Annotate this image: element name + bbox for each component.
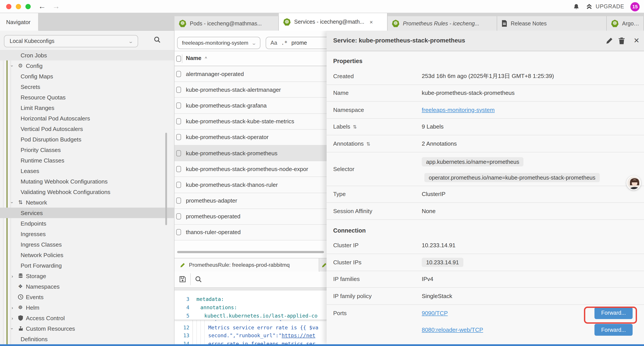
sidebar-item-secrets[interactable]: Secrets xyxy=(0,81,174,92)
row-checkbox[interactable] xyxy=(176,166,181,172)
sidebar-item-events[interactable]: Events xyxy=(0,292,174,302)
sidebar-item-limit-ranges[interactable]: Limit Ranges xyxy=(0,102,174,113)
tab-release-notes[interactable]: Release Notes xyxy=(497,16,607,31)
tab-pods-icecheng-mathmas-[interactable]: ☸Pods - icecheng@mathmas... xyxy=(174,16,279,31)
close-window-button[interactable] xyxy=(6,4,12,9)
table-row[interactable]: kube-prometheus-stack-grafana xyxy=(174,98,326,114)
sidebar-item-horizontal-pod-autoscalers[interactable]: Horizontal Pod Autoscalers xyxy=(0,113,174,123)
sidebar-item-pod-disruption-budgets[interactable]: Pod Disruption Budgets xyxy=(0,134,174,145)
forward-arrow-icon[interactable]: → xyxy=(51,1,62,12)
port-link[interactable]: 8080:reloader-web/TCP xyxy=(422,327,483,333)
sidebar-item-access-control[interactable]: ›Access Control xyxy=(0,313,174,323)
table-row[interactable]: thanos-ruler-operated xyxy=(174,225,326,240)
match-case-toggle[interactable]: Aa xyxy=(270,40,277,46)
row-checkbox[interactable] xyxy=(176,198,181,204)
minimize-window-button[interactable] xyxy=(16,4,21,9)
sidebar-item-endpoints[interactable]: Endpoints xyxy=(0,218,174,229)
select-all-checkbox[interactable] xyxy=(176,55,181,61)
sidebar-item-label: Definitions xyxy=(20,336,48,342)
chevron-down-icon[interactable]: › xyxy=(10,326,15,331)
name-column-header[interactable]: Name^ xyxy=(186,55,207,61)
sidebar-search-icon[interactable] xyxy=(154,36,161,43)
resource-search-input[interactable]: Aa .* prome xyxy=(266,37,326,49)
row-checkbox[interactable] xyxy=(176,87,181,93)
tab-argo-se[interactable]: ☸Argo Se xyxy=(607,16,644,31)
edit-icon[interactable] xyxy=(606,37,613,45)
chevron-right-icon[interactable]: › xyxy=(10,274,15,278)
tab-services-icecheng-math-[interactable]: ☸Services - icecheng@math...× xyxy=(279,13,388,31)
sidebar-item-mutating-webhook-configurations[interactable]: Mutating Webhook Configurations xyxy=(0,176,174,187)
delete-icon[interactable] xyxy=(618,37,626,45)
sidebar-item-ingresses[interactable]: Ingresses xyxy=(0,229,174,239)
table-row[interactable]: prometheus-adapter xyxy=(174,193,326,209)
table-row[interactable]: kube-prometheus-stack-alertmanager xyxy=(174,82,326,98)
row-checkbox[interactable] xyxy=(176,182,181,188)
navigator-panel-tab[interactable]: Navigator xyxy=(0,13,38,31)
port-link[interactable]: 9090/TCP xyxy=(422,310,448,317)
table-row[interactable]: kube-prometheus-stack-kube-state-metrics xyxy=(174,114,326,129)
chevron-down-icon[interactable]: › xyxy=(10,200,15,205)
row-checkbox[interactable] xyxy=(176,71,181,77)
regex-toggle[interactable]: .* xyxy=(281,40,288,46)
close-tab-icon[interactable]: × xyxy=(370,19,373,25)
close-icon[interactable]: ✕ xyxy=(632,37,640,45)
row-checkbox[interactable] xyxy=(176,214,181,220)
chevron-right-icon[interactable]: › xyxy=(10,316,15,320)
sort-toggle-icon[interactable]: ⇅ xyxy=(353,124,357,130)
sort-toggle-icon[interactable]: ⇅ xyxy=(366,141,370,146)
table-row[interactable]: kube-prometheus-stack-operator xyxy=(174,130,326,145)
sidebar-item-vertical-pod-autoscalers[interactable]: Vertical Pod Autoscalers xyxy=(0,123,174,134)
table-row[interactable]: kube-prometheus-stack-prometheus xyxy=(174,145,326,161)
tab-prometheus-rules-icecheng-[interactable]: ☸Prometheus Rules - icecheng... xyxy=(388,16,497,31)
user-avatar[interactable] xyxy=(626,176,641,190)
back-arrow-icon[interactable]: ← xyxy=(37,1,47,12)
chevron-right-icon[interactable]: › xyxy=(10,305,15,310)
port-forward-button[interactable]: Forward... xyxy=(594,324,632,336)
notifications-bell-icon[interactable] xyxy=(573,3,579,10)
property-row-labels: Labels⇅9 Labels xyxy=(326,118,644,135)
upgrade-button[interactable]: UPGRADE xyxy=(586,3,624,10)
sidebar-item-leases[interactable]: Leases xyxy=(0,166,174,176)
editor-search-icon[interactable] xyxy=(195,276,202,283)
row-checkbox[interactable] xyxy=(176,102,181,109)
sidebar-item-helm[interactable]: ›☸Helm xyxy=(0,302,174,313)
sidebar-item-port-forwarding[interactable]: Port Forwarding xyxy=(0,260,174,271)
row-checkbox[interactable] xyxy=(176,150,181,156)
horizontal-scrollbar[interactable] xyxy=(177,251,324,253)
sidebar-item-config-maps[interactable]: Config Maps xyxy=(0,71,174,81)
sidebar-item-namespaces[interactable]: ❖Namespaces xyxy=(0,281,174,292)
sidebar-item-cron-jobs[interactable]: Cron Jobs xyxy=(0,50,174,60)
table-row[interactable]: kube-prometheus-stack-prometheus-node-ex… xyxy=(174,161,326,177)
namespace-filter-dropdown[interactable]: freeleaps-monitoring-system ⌄ xyxy=(177,37,260,49)
sidebar-item-custom-resources[interactable]: ›Custom Resources xyxy=(0,323,174,334)
sidebar-item-ingress-classes[interactable]: Ingress Classes xyxy=(0,239,174,250)
table-row[interactable]: prometheus-operated xyxy=(174,209,326,224)
port-forward-button[interactable]: Forward... xyxy=(594,307,632,319)
row-checkbox[interactable] xyxy=(176,118,181,124)
prometheusrule-editor-tab[interactable]: PrometheusRule: freeleaps-prod-rabbitmq xyxy=(174,258,319,272)
table-row[interactable]: kube-prometheus-stack-thanos-ruler xyxy=(174,177,326,193)
row-checkbox[interactable] xyxy=(176,134,181,140)
save-icon[interactable] xyxy=(179,276,186,283)
namespace-link[interactable]: freeleaps-monitoring-system xyxy=(422,107,495,113)
yaml-editor[interactable]: 110","for":"1m","labels":{"service":"f12… xyxy=(174,290,326,344)
table-row[interactable]: alertmanager-operated xyxy=(174,66,326,82)
maximize-window-button[interactable] xyxy=(26,4,31,9)
row-checkbox[interactable] xyxy=(176,229,181,235)
sidebar-item-definitions[interactable]: Definitions xyxy=(0,334,174,344)
sidebar-item-resource-quotas[interactable]: Resource Quotas xyxy=(0,92,174,102)
sidebar-item-config[interactable]: ›⚙Config xyxy=(0,60,174,71)
sidebar-item-network-policies[interactable]: Network Policies xyxy=(0,250,174,260)
property-label: Cluster IPs xyxy=(333,259,362,266)
notification-count-badge[interactable]: 15 xyxy=(630,2,640,11)
sidebar-item-services[interactable]: Services xyxy=(0,208,174,218)
sidebar-item-runtime-classes[interactable]: Runtime Classes xyxy=(0,155,174,166)
sidebar-item-network[interactable]: ›⇅Network xyxy=(0,197,174,208)
sidebar-item-priority-classes[interactable]: Priority Classes xyxy=(0,145,174,155)
kubeconfig-selector[interactable]: Local Kubeconfigs ⌄ xyxy=(4,35,138,47)
chevron-down-icon[interactable]: › xyxy=(10,63,15,68)
next-editor-tab-partial[interactable] xyxy=(320,258,326,272)
sidebar-item-storage[interactable]: ›Storage xyxy=(0,271,174,281)
sidebar-scrollbar[interactable] xyxy=(165,133,167,225)
sidebar-item-validating-webhook-configurations[interactable]: Validating Webhook Configurations xyxy=(0,187,174,197)
